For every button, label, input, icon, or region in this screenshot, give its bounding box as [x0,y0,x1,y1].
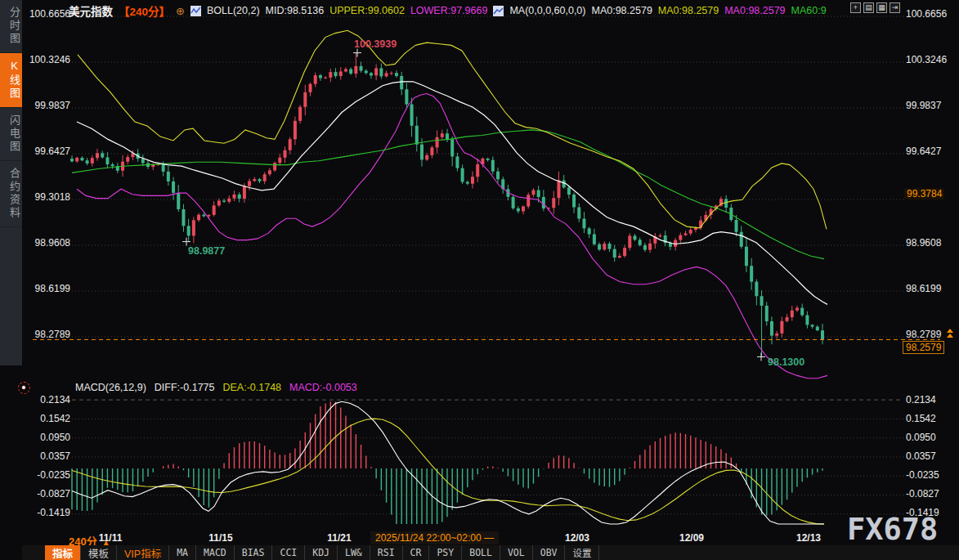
sidebar: 分时图K线图闪电图合约资料 [0,0,22,365]
tab-vip-indicators[interactable]: VIP指标 [117,545,169,560]
indicator-boll[interactable]: BOLL [462,545,500,560]
left-axis-label: 0.2134 [20,394,70,405]
ma0-magenta-value: MA0:98.2579 [724,5,785,16]
left-axis-label: 98.2789 [20,329,70,340]
macd-dea-value: DEA:-0.1748 [222,382,281,393]
indicator-vol[interactable]: VOL [500,545,533,560]
x-axis-label-12-03: 12/03 [565,532,589,544]
indicator-rsi[interactable]: RSI [370,545,403,560]
chart-canvas[interactable] [0,0,959,560]
indicator-settings[interactable]: 设置 [565,545,599,560]
right-axis-label: 0.2134 [906,394,957,405]
bottom-toolbar: 指标模板VIP指标MAMACDBIASCCIKDJLW&RSICRPSYBOLL… [22,545,959,560]
left-axis-label: 99.3018 [20,191,70,203]
boll-upper-value: UPPER:99.0602 [329,5,405,16]
left-scale-icon[interactable]: ▤ [863,2,874,13]
boll-chip-icon[interactable] [190,6,201,16]
low-price-label-1: 98.9877 [188,245,225,257]
left-axis-label: 100.3246 [20,54,70,65]
ma-chip-icon[interactable] [493,6,504,16]
right-axis-label: 99.6427 [906,146,957,157]
boll-label: BOLL(20,2) [207,5,260,16]
right-axis-label: -0.1419 [906,507,957,518]
indicator-psy[interactable]: PSY [429,545,462,560]
ma-label: MA(0,0,0,60,0,0) [509,5,585,16]
macd-diff-value: DIFF:-0.1775 [155,382,215,393]
symbol-title: 美元指数 [69,2,113,19]
selected-bar-time: 2025/11/24 22:00~02:00 — [370,531,499,544]
macd-header: MACD(26,12,9) DIFF:-0.1775 DEA:-0.1748 M… [75,382,357,393]
indicator-bias[interactable]: BIAS [235,545,273,560]
right-axis-label: -0.0827 [906,488,957,500]
right-axis-label: 100.3246 [906,54,957,65]
right-axis-label: -0.0235 [906,469,957,481]
low-price-label-2: 98.1300 [768,356,804,368]
left-axis-label: 99.9837 [20,100,70,111]
period-badge: 【240分】 [119,2,170,19]
left-axis-label: 98.9608 [20,237,70,249]
right-axis-label: 99.9837 [906,100,957,111]
ma0-white-value: MA0:98.2579 [591,5,652,16]
sidebar-item-kline[interactable]: K线图 [0,53,22,108]
right-axis-label: 0.0357 [906,450,957,462]
right-axis-label: 0.0950 [906,432,957,443]
price-up-arrow-icon [947,334,953,338]
macd-label: MACD(26,12,9) [75,382,146,393]
sidebar-item-flash[interactable]: 闪电图 [0,108,22,161]
high-price-label: 100.3939 [354,38,397,50]
collapse-right-icon[interactable]: ⇥ [890,2,900,13]
left-axis-label: 0.1542 [20,413,70,424]
last-price-box: 98.2579 [903,341,944,354]
right-axis-label: 100.6656 [906,8,957,20]
boll-mid-value: MID:98.5136 [266,5,325,16]
ma60-value: MA60:9 [791,5,827,16]
indicator-ma[interactable]: MA [169,545,196,560]
ma0-yellow-value: MA0:98.2579 [658,5,719,16]
right-axis-label: 98.9608 [906,237,957,249]
chart-toolbar-icons: +▤▦⇥ [850,2,900,13]
move-icon[interactable]: + [850,2,861,13]
tab-indicators[interactable]: 指标 [45,545,81,560]
right-axis-label: 98.6199 [906,283,957,294]
tab-templates[interactable]: 模板 [81,545,117,560]
left-axis-label: -0.1419 [20,507,70,518]
indicator-macd[interactable]: MACD [196,545,235,560]
price-marker-993784: 99.3784 [904,188,944,199]
x-axis-label-11-21: 11/21 [327,532,351,544]
sidebar-item-contract-info[interactable]: 合约资料 [0,161,22,227]
left-axis-label: -0.0235 [20,469,70,481]
left-axis-label: 0.0950 [20,432,70,443]
indicator-obv[interactable]: OBV [533,545,566,560]
left-axis-label: 99.6427 [20,146,70,157]
indicator-cci[interactable]: CCI [272,545,305,560]
left-axis-label: 100.6656 [20,8,70,20]
indicator-lw[interactable]: LW& [338,545,370,560]
macd-settings-icon[interactable] [18,382,30,394]
right-axis-label: 0.1542 [906,413,957,424]
chart-header: 美元指数 【240分】 ⊕ BOLL(20,2) MID:98.5136 UPP… [69,4,827,17]
left-axis-label: 0.0357 [20,450,70,462]
app-window: 分时图K线图闪电图合约资料 美元指数 【240分】 ⊕ BOLL(20,2) M… [0,0,959,560]
indicator-cr[interactable]: CR [403,545,430,560]
x-axis-label-12-13: 12/13 [796,532,821,544]
boll-lower-value: LOWER:97.9669 [410,5,488,16]
left-axis-label: 98.6199 [20,283,70,294]
price-up-arrow-icon [947,329,953,333]
sidebar-item-timeshare[interactable]: 分时图 [0,0,22,53]
right-scale-icon[interactable]: ▦ [876,2,887,13]
x-axis-label-12-09: 12/09 [679,532,704,544]
macd-hist-value: MACD:-0.0053 [289,382,357,393]
indicator-kdj[interactable]: KDJ [305,545,338,560]
x-axis-label-11-15: 11/15 [208,532,232,544]
left-axis-label: -0.0827 [20,488,70,500]
add-indicator-icon[interactable]: ⊕ [176,6,185,16]
